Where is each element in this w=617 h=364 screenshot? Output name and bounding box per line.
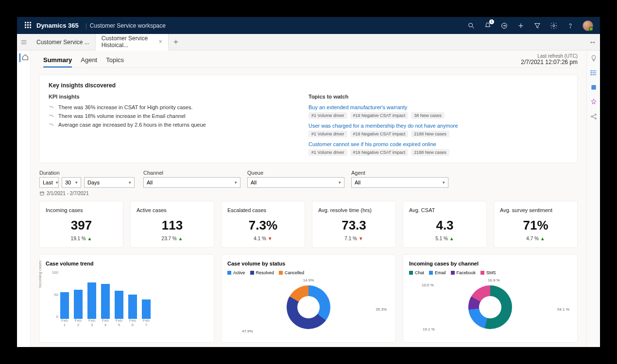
chart-title: Incoming cases by channel <box>409 261 571 266</box>
new-icon[interactable] <box>516 21 525 30</box>
share-icon[interactable] <box>590 113 598 120</box>
topic-chip: 2188 New cases <box>411 131 449 137</box>
filter-label-queue: Queue <box>247 170 344 176</box>
svg-point-18 <box>591 70 591 71</box>
svg-line-25 <box>592 115 595 116</box>
expand-pane-icon[interactable]: ↔ <box>585 34 600 50</box>
topic-link[interactable]: Buy an extended manufacturer's warranty <box>308 104 568 110</box>
report-tab-summary[interactable]: Summary <box>43 56 72 67</box>
topic-chip: #1 Volume driver <box>308 149 347 156</box>
queue-select[interactable]: All▾ <box>247 177 344 188</box>
kpi-card: Active cases11323.7 % ▲ <box>130 201 214 248</box>
chart-title: Case volume trend <box>46 261 208 266</box>
topic-chip: #19 Negative CSAT impact <box>350 112 409 119</box>
help-icon[interactable] <box>566 21 575 30</box>
insight-item: There was 36% increase in CSAT for High … <box>49 104 308 110</box>
topic-link[interactable]: Customer cannot see if his promo code ex… <box>308 141 568 147</box>
notifications-icon[interactable]: 1 <box>483 21 492 30</box>
svg-point-9 <box>570 27 570 28</box>
session-tabstrip: Customer Service ... Customer Service Hi… <box>17 34 600 50</box>
close-icon[interactable]: × <box>159 38 162 45</box>
user-avatar[interactable] <box>583 20 593 31</box>
report-tab-topics[interactable]: Topics <box>106 56 124 67</box>
duration-value-select[interactable]: 30▾ <box>62 177 81 188</box>
legend-item: Chat <box>409 270 424 275</box>
topic-chip: #1 Volume driver <box>308 112 347 119</box>
legend-item: Facebook <box>451 270 476 275</box>
topic-chip: #1 Volume driver <box>308 131 347 137</box>
add-activity-icon[interactable] <box>500 21 509 30</box>
svg-point-19 <box>591 72 591 73</box>
refresh-label: Last refresh (UTC) <box>521 53 578 59</box>
left-rail <box>17 50 31 347</box>
kpi-card: Escalated cases7.3%4.1 % ▼ <box>221 201 305 248</box>
brand-label: Dynamics 365 <box>36 22 79 29</box>
topic-chip: #19 Negative CSAT impact <box>350 149 409 156</box>
agent-icon[interactable] <box>590 83 598 91</box>
channel-select[interactable]: All▾ <box>143 177 240 188</box>
key-insights-panel: Key insights discovered KPI insights The… <box>39 75 578 163</box>
tab-customer-service[interactable]: Customer Service ... <box>31 34 96 50</box>
kpi-row: Incoming cases39719.1 % ▲Active cases113… <box>39 201 578 248</box>
last-refresh: Last refresh (UTC) 2/7/2021 12:07:26 pm <box>521 52 578 66</box>
kpi-insights-heading: KPI insights <box>49 94 308 99</box>
workspace-label: Customer Service workspace <box>90 22 166 29</box>
bar <box>60 292 69 319</box>
svg-line-26 <box>592 117 595 118</box>
tab-label: Customer Service ... <box>36 39 89 46</box>
tab-label: Customer Service Histoical... <box>102 35 155 49</box>
kpi-card: Avg. resolve time (hrs)73.37.1 % ▼ <box>312 201 396 248</box>
knowledge-icon[interactable] <box>590 98 598 106</box>
list-icon[interactable] <box>590 69 598 77</box>
legend-item: SMS <box>480 270 496 275</box>
topic-link[interactable]: User was charged for a membership they d… <box>308 123 568 129</box>
top-navbar: Dynamics 365 | Customer Service workspac… <box>17 17 600 34</box>
topic-chip: 2188 New cases <box>411 149 449 156</box>
filter-icon[interactable] <box>533 21 542 30</box>
kpi-card: Avg. CSAT4.35.1 % ▲ <box>403 201 487 248</box>
right-rail <box>586 50 600 347</box>
bar <box>128 295 137 319</box>
insights-title: Key insights discovered <box>49 82 308 89</box>
refresh-timestamp: 2/7/2021 12:07:26 pm <box>521 59 578 66</box>
svg-rect-13 <box>40 192 44 195</box>
date-range-display: 2/1/2021 - 2/7/2021 <box>39 191 578 196</box>
agent-select[interactable]: All▾ <box>351 177 448 188</box>
filter-label-duration: Duration <box>39 170 137 176</box>
bar <box>87 282 96 319</box>
kpi-card: Avg. survey sentiment71%4.7 % ▲ <box>494 201 578 248</box>
kpi-card: Incoming cases39719.1 % ▲ <box>39 201 123 248</box>
nav-menu-icon[interactable] <box>17 34 31 50</box>
duration-unit-select[interactable]: Days▾ <box>84 177 135 188</box>
duration-mode-select[interactable]: Last▾ <box>39 177 59 188</box>
topic-chip: 38 New cases <box>411 112 445 119</box>
svg-point-0 <box>469 23 473 27</box>
home-icon[interactable] <box>19 53 28 62</box>
bar <box>74 290 83 319</box>
card-case-volume-trend: Case volume trend Incoming cases 100500 … <box>39 254 214 343</box>
legend-item: Email <box>429 270 446 275</box>
insight-item: Average case age increased by 2.6 hours … <box>49 122 308 128</box>
search-icon[interactable] <box>467 21 476 30</box>
new-tab-button[interactable]: ＋ <box>169 34 183 50</box>
app-launcher-icon[interactable] <box>25 22 33 30</box>
svg-point-22 <box>591 116 592 117</box>
report-tabs: Summary Agent Topics <box>39 52 124 67</box>
legend-item: Resolved <box>250 270 274 275</box>
filter-row: Duration Last▾ 30▾ Days▾ Channel All▾ Qu… <box>39 170 578 188</box>
settings-icon[interactable] <box>549 21 558 30</box>
svg-point-20 <box>591 74 591 75</box>
main-content: Summary Agent Topics Last refresh (UTC) … <box>31 50 586 347</box>
insight-item: There was 18% volume increase in the Ema… <box>49 113 308 119</box>
tab-historical-analytics[interactable]: Customer Service Histoical... × <box>96 34 169 50</box>
filter-label-agent: Agent <box>351 170 448 176</box>
bar <box>142 299 151 319</box>
bar <box>101 284 110 319</box>
bar <box>115 291 123 319</box>
lightbulb-icon[interactable] <box>590 54 598 62</box>
legend-item: Cancelled <box>279 270 304 275</box>
report-tab-agent[interactable]: Agent <box>81 56 97 67</box>
chart-title: Case volume by status <box>227 261 390 266</box>
notification-badge: 1 <box>489 19 494 24</box>
topic-chip: #19 Negative CSAT impact <box>350 131 409 137</box>
